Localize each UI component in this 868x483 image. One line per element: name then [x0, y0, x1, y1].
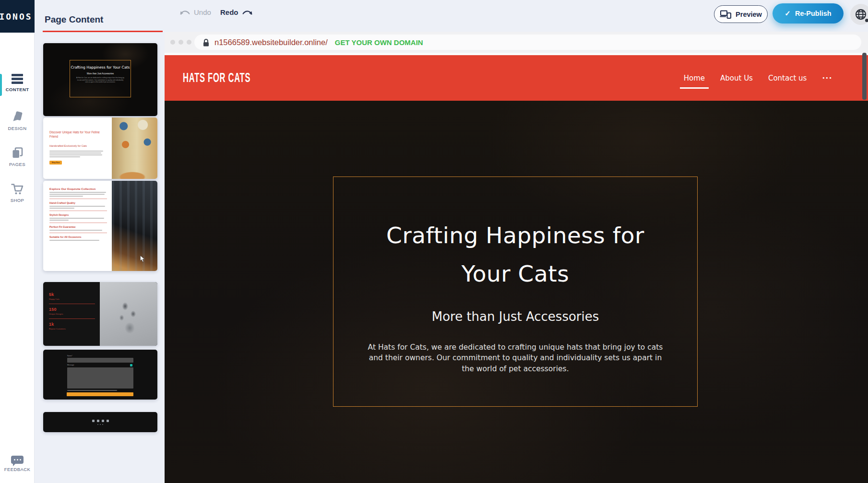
stat-value: 5k — [49, 292, 94, 297]
thumbnail-contact-section[interactable]: Name* Message — [43, 350, 157, 400]
thumb-form-name-label: Name* — [67, 355, 72, 357]
sidebar-item-label: SHOP — [11, 198, 24, 203]
hero-body-text: At Hats for Cats, we are dedicated to cr… — [362, 342, 669, 374]
ionos-logo[interactable]: IONOS — [0, 0, 35, 33]
nav-more-menu[interactable]: ··· — [822, 74, 832, 82]
ionos-logo-text: IONOS — [0, 12, 33, 22]
thumb-paw-photo — [100, 282, 157, 346]
panel-title: Page Content — [45, 14, 103, 25]
thumb-form-submit-button — [67, 392, 133, 396]
sidebar-item-design[interactable]: DESIGN — [0, 110, 35, 131]
lock-icon — [203, 38, 209, 47]
content-icon — [11, 74, 24, 84]
thumb-form-name-input — [67, 358, 133, 363]
feature-item: Hand-Crafted Quality — [49, 201, 107, 204]
thumbnail-hero-section[interactable]: Crafting Happiness for Your Cats More th… — [43, 43, 157, 116]
site-header[interactable]: HATS FOR CATS Home About Us Contact us ·… — [165, 55, 868, 101]
thumb-discover-photo — [112, 118, 157, 179]
thumbnail-footer-section[interactable] — [43, 412, 157, 432]
sidebar-item-pages[interactable]: PAGES — [0, 147, 35, 167]
page-content-panel: Page Content Crafting Happiness for Your… — [35, 0, 165, 483]
sidebar-item-label: FEEDBACK — [4, 467, 30, 472]
stat-value: 1k — [49, 322, 94, 327]
feature-item: Explore Our Exquisite Collection — [49, 187, 107, 190]
redo-label: Redo — [220, 8, 238, 16]
window-dots-icon — [170, 40, 191, 45]
browser-url-bar: n1566589.websitebuilder.online/ GET YOUR… — [165, 32, 868, 53]
thumb-form-message-label: Message — [67, 364, 74, 366]
thumb-discover-text: Discover Unique Hats for Your Feline Fri… — [43, 118, 112, 179]
feedback-icon — [11, 456, 24, 464]
redo-button[interactable]: Redo — [220, 8, 253, 16]
hero-section[interactable]: Crafting Happiness for Your Cats More th… — [165, 101, 868, 483]
site-preview-frame: n1566589.websitebuilder.online/ GET YOUR… — [165, 32, 868, 483]
preview-button[interactable]: Preview — [714, 5, 768, 23]
nav-contact-us[interactable]: Contact us — [768, 74, 807, 82]
thumb-form-message-textarea — [67, 367, 133, 389]
language-globe-button[interactable] — [850, 4, 868, 25]
preview-devices-icon — [720, 10, 731, 19]
site-url[interactable]: n1566589.websitebuilder.online/ — [214, 38, 328, 47]
thumb-footer-social-icons — [92, 420, 109, 422]
mouse-cursor — [140, 255, 145, 262]
undo-label: Undo — [194, 8, 211, 16]
sidebar: CONTENT DESIGN PAGES SHOP FEE — [0, 33, 35, 483]
thumb-hero-body: At Hats for Cats, we are dedicated to cr… — [70, 77, 131, 83]
get-domain-link[interactable]: GET YOUR OWN DOMAIN — [335, 38, 423, 47]
sidebar-item-content[interactable]: CONTENT — [0, 74, 35, 92]
republish-label: Re-Publish — [795, 10, 832, 17]
feature-item: Suitable for All Occasions — [49, 236, 107, 238]
undo-icon — [179, 9, 190, 15]
sidebar-item-shop[interactable]: SHOP — [0, 183, 35, 203]
thumbnail-features-section[interactable]: Explore Our Exquisite Collection Hand-Cr… — [43, 181, 157, 271]
stat-label: Unique Designs — [49, 313, 94, 315]
thumb-features-photo — [112, 181, 157, 271]
thumb-hero-subtitle: More than Just Accessories — [87, 72, 114, 75]
stat-value: 150 — [49, 307, 94, 312]
sidebar-item-label: CONTENT — [6, 87, 29, 92]
address-pill: n1566589.websitebuilder.online/ GET YOUR… — [194, 35, 861, 50]
hero-title: Crafting Happiness for Your Cats — [362, 216, 669, 293]
pages-icon — [12, 147, 24, 159]
hero-subtitle: More than Just Accessories — [432, 309, 599, 324]
thumb-discover-subheading: Handcrafted Exclusively for Cats — [49, 144, 107, 147]
nav-home[interactable]: Home — [684, 74, 705, 82]
preview-scrollbar[interactable] — [862, 53, 867, 100]
thumb-features-list: Explore Our Exquisite Collection Hand-Cr… — [43, 181, 112, 271]
thumb-stats-list: 5k Happy Cats 150 Unique Designs 1k Repe… — [43, 282, 100, 346]
redo-icon — [242, 9, 253, 15]
feature-item: Perfect Fit Guarantee — [49, 225, 107, 228]
check-icon: ✓ — [785, 9, 791, 18]
thumb-shop-now-label: Shop Now — [52, 162, 60, 164]
sidebar-item-label: DESIGN — [8, 126, 27, 131]
thumb-form-consent-text — [67, 390, 117, 391]
ai-assist-icon — [130, 364, 132, 366]
hero-selected-block[interactable]: Crafting Happiness for Your Cats More th… — [333, 177, 698, 407]
panel-divider — [43, 31, 163, 32]
feature-item: Stylish Designs — [49, 213, 107, 216]
stat-label: Repeat Customers — [49, 328, 94, 330]
undo-button[interactable]: Undo — [179, 8, 211, 16]
sidebar-item-label: PAGES — [9, 162, 25, 167]
thumbnail-hero-frame: Crafting Happiness for Your Cats More th… — [70, 60, 131, 97]
site-logo[interactable]: HATS FOR CATS — [183, 71, 250, 86]
globe-badge — [865, 19, 868, 22]
thumb-discover-paragraph — [49, 151, 107, 157]
site-nav: Home About Us Contact us ··· — [684, 55, 832, 101]
thumb-discover-heading: Discover Unique Hats for Your Feline Fri… — [49, 130, 107, 139]
thumbnail-discover-section[interactable]: Discover Unique Hats for Your Feline Fri… — [43, 118, 157, 179]
design-icon — [11, 110, 24, 123]
app-root: IONOS CONTENT DESIGN PAGES — [0, 0, 868, 483]
preview-label: Preview — [736, 11, 762, 18]
republish-button[interactable]: ✓ Re-Publish — [773, 3, 844, 24]
shop-cart-icon — [11, 183, 24, 195]
thumb-footer-text — [97, 424, 103, 425]
thumbnail-stats-section[interactable]: 5k Happy Cats 150 Unique Designs 1k Repe… — [43, 282, 157, 346]
sidebar-item-feedback[interactable]: FEEDBACK — [0, 456, 35, 472]
thumb-shop-now-button: Shop Now — [49, 161, 62, 165]
stat-label: Happy Cats — [49, 298, 94, 300]
nav-about-us[interactable]: About Us — [720, 74, 753, 82]
thumb-hero-title: Crafting Happiness for Your Cats — [71, 65, 130, 70]
